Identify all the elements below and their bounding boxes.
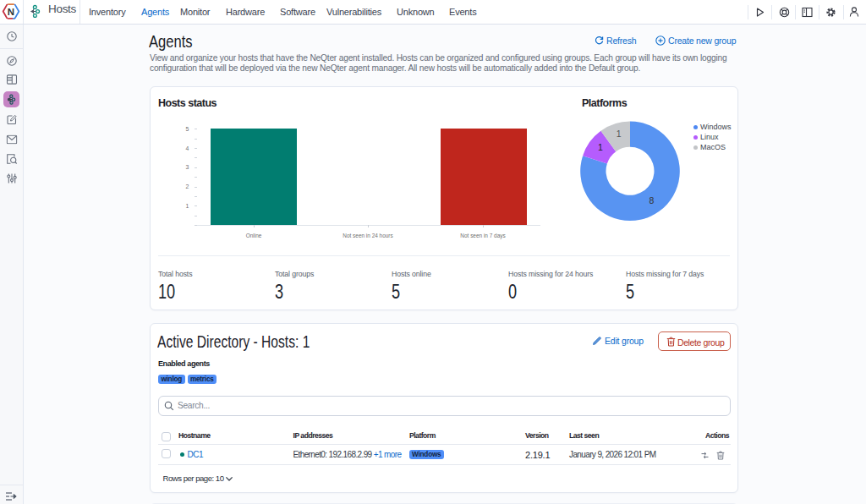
svg-text:8: 8 [650,195,655,205]
svg-text:1: 1 [617,129,622,139]
svg-text:N: N [8,7,14,17]
svg-text:1: 1 [598,142,603,152]
